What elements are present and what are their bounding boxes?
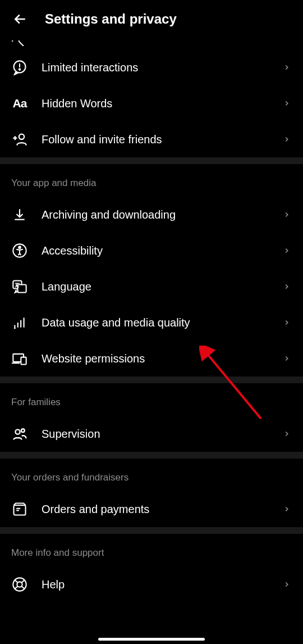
item-label: Data usage and media quality bbox=[42, 316, 268, 329]
item-supervision[interactable]: Supervision bbox=[0, 416, 303, 452]
home-indicator[interactable] bbox=[98, 638, 205, 641]
alert-bubble-icon bbox=[11, 59, 28, 76]
svg-rect-11 bbox=[18, 285, 26, 293]
chevron-right-icon bbox=[282, 429, 292, 439]
people-icon bbox=[11, 425, 28, 442]
translate-icon bbox=[11, 278, 28, 295]
item-limited-interactions[interactable]: Limited interactions bbox=[0, 49, 303, 85]
divider bbox=[0, 527, 303, 534]
header: Settings and privacy bbox=[0, 0, 303, 38]
item-label: Supervision bbox=[42, 428, 268, 441]
svg-line-30 bbox=[22, 587, 25, 589]
svg-point-16 bbox=[15, 328, 15, 328]
box-icon bbox=[11, 501, 28, 518]
divider bbox=[0, 157, 303, 164]
chevron-right-icon bbox=[282, 282, 292, 292]
section-families: Supervision bbox=[0, 416, 303, 452]
item-label: Hidden Words bbox=[42, 97, 268, 110]
section-header-app-media: Your app and media bbox=[0, 164, 303, 197]
item-label: Website permissions bbox=[42, 352, 268, 365]
lifebuoy-icon bbox=[11, 576, 28, 593]
item-help[interactable]: Help bbox=[0, 566, 303, 602]
top-list: Limited interactions Aa Hidden Words Fol… bbox=[0, 49, 303, 157]
chevron-right-icon bbox=[282, 353, 292, 364]
back-button[interactable] bbox=[11, 10, 29, 28]
section-header-more-info: More info and support bbox=[0, 534, 303, 566]
add-person-icon bbox=[11, 131, 28, 148]
chevron-right-icon bbox=[282, 504, 292, 514]
item-archiving[interactable]: Archiving and downloading bbox=[0, 197, 303, 233]
bars-icon bbox=[11, 314, 28, 331]
item-data-usage[interactable]: Data usage and media quality bbox=[0, 305, 303, 341]
page-title: Settings and privacy bbox=[45, 11, 177, 27]
chevron-right-icon bbox=[282, 579, 292, 589]
section-more-info: Help bbox=[0, 566, 303, 602]
svg-point-21 bbox=[21, 429, 25, 432]
svg-point-9 bbox=[19, 246, 21, 248]
accessibility-icon bbox=[11, 242, 28, 259]
partial-cutoff-row bbox=[11, 38, 303, 44]
item-orders-payments[interactable]: Orders and payments bbox=[0, 491, 303, 527]
svg-rect-18 bbox=[21, 357, 26, 365]
section-header-orders: Your orders and fundraisers bbox=[0, 459, 303, 491]
svg-point-2 bbox=[19, 69, 20, 70]
item-label: Archiving and downloading bbox=[42, 208, 268, 221]
download-icon bbox=[11, 206, 28, 223]
chevron-right-icon bbox=[282, 210, 292, 220]
item-hidden-words[interactable]: Aa Hidden Words bbox=[0, 85, 303, 121]
divider bbox=[0, 377, 303, 383]
item-label: Limited interactions bbox=[42, 61, 268, 74]
svg-point-26 bbox=[17, 582, 22, 587]
item-accessibility[interactable]: Accessibility bbox=[0, 233, 303, 269]
section-orders: Orders and payments bbox=[0, 491, 303, 527]
item-label: Orders and payments bbox=[42, 503, 268, 516]
item-website-permissions[interactable]: Website permissions bbox=[0, 341, 303, 377]
aa-icon: Aa bbox=[11, 95, 28, 112]
item-label: Help bbox=[42, 578, 268, 591]
section-app-media: Archiving and downloading Accessibility bbox=[0, 197, 303, 377]
svg-point-20 bbox=[15, 429, 20, 434]
chevron-right-icon bbox=[282, 62, 292, 72]
svg-point-3 bbox=[19, 134, 24, 139]
chevron-right-icon bbox=[282, 318, 292, 328]
divider bbox=[0, 452, 303, 459]
item-label: Language bbox=[42, 280, 268, 293]
item-label: Follow and invite friends bbox=[42, 133, 268, 146]
chevron-right-icon bbox=[282, 134, 292, 144]
item-language[interactable]: Language bbox=[0, 269, 303, 305]
svg-line-28 bbox=[22, 580, 25, 583]
svg-line-29 bbox=[15, 587, 18, 589]
chevron-right-icon bbox=[282, 246, 292, 256]
item-label: Accessibility bbox=[42, 244, 268, 257]
devices-icon bbox=[11, 350, 28, 367]
svg-line-27 bbox=[15, 580, 18, 583]
section-header-families: For families bbox=[0, 383, 303, 416]
item-follow-invite[interactable]: Follow and invite friends bbox=[0, 121, 303, 157]
svg-rect-22 bbox=[14, 505, 26, 515]
chevron-right-icon bbox=[282, 98, 292, 108]
